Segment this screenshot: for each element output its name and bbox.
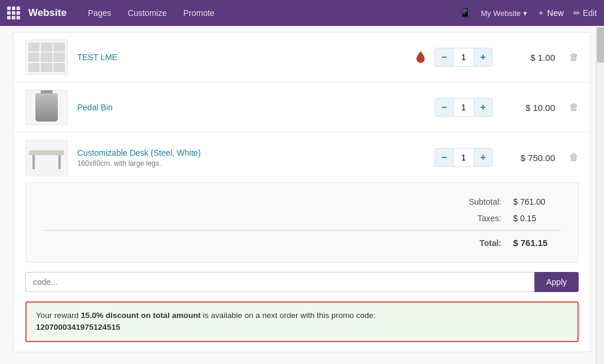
cart-item-test-lme: TEST LME − + $ 1.00 🗑 <box>14 32 590 83</box>
pencil-icon: ✏ <box>573 8 580 18</box>
totals-divider <box>44 230 560 231</box>
product-desc-desk: 160x80cm, with large legs. <box>77 159 425 168</box>
reward-highlight: 15.0% discount on total amount <box>81 311 201 320</box>
promo-code-input[interactable] <box>25 272 534 292</box>
increase-qty-desk[interactable]: + <box>474 149 492 166</box>
total-label: Total: <box>454 238 501 248</box>
qty-input-pedal-bin[interactable] <box>453 99 474 116</box>
my-website-label: My Website <box>481 9 521 18</box>
total-row: Total: $ 761.15 <box>44 234 560 251</box>
quantity-control-desk: − + <box>435 148 493 167</box>
reward-text-pre: Your reward <box>36 311 81 320</box>
delete-pedal-bin[interactable]: 🗑 <box>569 102 579 113</box>
nav-promote[interactable]: Promote <box>178 6 221 20</box>
new-label: New <box>547 8 564 18</box>
increase-qty-test-lme[interactable]: + <box>474 48 492 66</box>
taxes-value: $ 0.15 <box>513 214 560 223</box>
cart-item-desk: Customizable Desk (Steel, White) 160x80c… <box>14 133 590 182</box>
taxes-label: Taxes: <box>454 214 501 223</box>
nav-customize[interactable]: Customize <box>122 6 173 20</box>
plus-icon: ＋ <box>537 8 545 18</box>
reward-text-mid: is available on a next order with this p… <box>201 311 375 320</box>
edit-label: Edit <box>583 8 597 18</box>
apply-button[interactable]: Apply <box>534 272 579 292</box>
subtotal-label: Subtotal: <box>454 197 501 206</box>
price-desk: $ 750.00 <box>502 153 555 163</box>
scrollbar-thumb[interactable] <box>597 27 604 63</box>
product-name-desk[interactable]: Customizable Desk (Steel, White) <box>77 148 425 158</box>
price-test-lme: $ 1.00 <box>502 53 555 63</box>
top-nav: Website Pages Customize Promote 📱 My Web… <box>0 0 604 26</box>
promo-section: Apply <box>14 272 590 301</box>
reward-code: 12070003419751​24515 <box>36 323 120 332</box>
reward-message: Your reward 15.0% discount on total amou… <box>25 301 579 342</box>
price-pedal-bin: $ 10.00 <box>502 103 555 113</box>
product-image-test-lme <box>25 40 68 75</box>
decrease-qty-test-lme[interactable]: − <box>435 48 453 66</box>
qty-input-test-lme[interactable] <box>453 48 474 66</box>
quantity-control-test-lme: − + <box>435 48 493 67</box>
scrollbar[interactable] <box>596 26 604 364</box>
nav-pages[interactable]: Pages <box>82 6 117 20</box>
increase-qty-pedal-bin[interactable]: + <box>474 99 492 116</box>
product-name-test-lme[interactable]: TEST LME <box>77 53 406 62</box>
taxes-row: Taxes: $ 0.15 <box>44 210 560 227</box>
decrease-qty-pedal-bin[interactable]: − <box>435 99 453 116</box>
quantity-control-pedal-bin: − + <box>435 98 493 117</box>
qty-input-desk[interactable] <box>453 149 474 166</box>
product-image-pedal-bin <box>25 90 68 125</box>
cart-item-pedal-bin: Pedal Bin − + $ 10.00 🗑 <box>14 83 590 133</box>
new-button[interactable]: ＋ New <box>537 8 564 18</box>
nav-brand: Website <box>28 7 67 19</box>
page-wrapper: Website Pages Customize Promote 📱 My Web… <box>0 0 604 364</box>
delete-desk[interactable]: 🗑 <box>569 152 579 163</box>
product-image-desk <box>25 140 68 175</box>
delete-test-lme[interactable]: 🗑 <box>569 52 579 63</box>
my-website-btn[interactable]: My Website ▾ <box>481 9 527 18</box>
cart-container: TEST LME − + $ 1.00 🗑 Pedal Bin <box>13 32 591 352</box>
total-value: $ 761.15 <box>513 238 560 248</box>
apps-grid-icon[interactable] <box>7 6 20 19</box>
subtotal-value: $ 761.00 <box>513 197 560 206</box>
product-name-pedal-bin[interactable]: Pedal Bin <box>77 103 425 112</box>
subtotal-row: Subtotal: $ 761.00 <box>44 194 560 210</box>
color-swatch-icon <box>416 51 425 63</box>
mobile-icon[interactable]: 📱 <box>458 6 471 19</box>
totals-section: Subtotal: $ 761.00 Taxes: $ 0.15 Total: … <box>25 182 579 263</box>
edit-button[interactable]: ✏ Edit <box>573 8 597 18</box>
decrease-qty-desk[interactable]: − <box>435 149 453 166</box>
chevron-down-icon: ▾ <box>523 9 527 18</box>
